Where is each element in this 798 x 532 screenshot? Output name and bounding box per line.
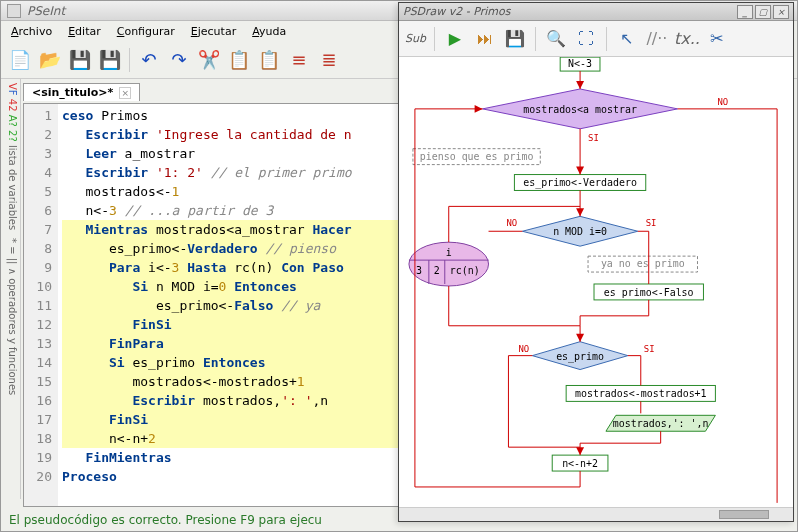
menu-archivo[interactable]: Archivo — [5, 23, 58, 40]
line-gutter: 1234567891011121314151617181920 — [24, 104, 58, 506]
psdraw-window: PSDraw v2 - Primos _ ▢ × Sub ▶ ⏭ 💾 🔍 ⛶ ↖… — [398, 2, 794, 522]
save-icon[interactable]: 💾 — [503, 27, 527, 51]
svg-text:n<-n+2: n<-n+2 — [562, 458, 598, 469]
draw-titlebar[interactable]: PSDraw v2 - Primos _ ▢ × — [399, 3, 793, 21]
draw-title-text: PSDraw v2 - Primos — [403, 5, 511, 18]
svg-text:mostrados,': ',n: mostrados,': ',n — [613, 418, 709, 429]
undo-icon[interactable]: ↶ — [136, 47, 162, 73]
flowchart-canvas[interactable]: N<-3 mostrados<a mostrar NO SI pienso qu… — [399, 57, 793, 507]
tab-close-icon[interactable]: × — [119, 87, 131, 99]
editor-tab[interactable]: <sin_titulo>* × — [23, 83, 140, 101]
svg-text:es_primo: es_primo — [556, 351, 604, 363]
menu-configurar[interactable]: Configurar — [111, 23, 181, 40]
svg-text:3: 3 — [416, 265, 422, 276]
maximize-icon[interactable]: ▢ — [755, 5, 771, 19]
svg-text:pienso que es primo: pienso que es primo — [420, 151, 534, 162]
saveas-icon[interactable]: 💾 — [97, 47, 123, 73]
svg-text:es_primo<-Verdadero: es_primo<-Verdadero — [523, 177, 637, 189]
fullscreen-icon[interactable]: ⛶ — [574, 27, 598, 51]
menu-ejecutar[interactable]: Ejecutar — [185, 23, 242, 40]
left-sidebar: VF 42 A? 2? lista de variables * = || ∧ … — [1, 79, 21, 499]
status-text: El pseudocódigo es correcto. Presione F9… — [9, 513, 322, 527]
tab-label: <sin_titulo>* — [32, 86, 113, 99]
save-icon[interactable]: 💾 — [67, 47, 93, 73]
step-icon[interactable]: ⏭ — [473, 27, 497, 51]
svg-text:N<-3: N<-3 — [568, 58, 592, 69]
scissors-icon[interactable]: ✂ — [705, 27, 729, 51]
h-scrollbar[interactable] — [399, 507, 793, 521]
cut-icon[interactable]: ✂️ — [196, 47, 222, 73]
menu-editar[interactable]: Editar — [62, 23, 107, 40]
draw-toolbar: Sub ▶ ⏭ 💾 🔍 ⛶ ↖ //·· tx.. ✂ — [399, 21, 793, 57]
svg-text:ya no es primo: ya no es primo — [601, 258, 685, 269]
svg-text:mostrados<a mostrar: mostrados<a mostrar — [523, 104, 637, 115]
svg-marker-39 — [576, 334, 584, 342]
redo-icon[interactable]: ↷ — [166, 47, 192, 73]
comment-icon[interactable]: //·· — [645, 27, 669, 51]
svg-text:NO: NO — [717, 97, 728, 107]
svg-marker-37 — [576, 167, 584, 175]
cursor-icon[interactable]: ↖ — [615, 27, 639, 51]
svg-text:2: 2 — [434, 265, 440, 276]
svg-text:es primo<-Falso: es primo<-Falso — [604, 287, 694, 298]
paste-icon[interactable]: 📋 — [256, 47, 282, 73]
list-icon[interactable]: ≣ — [316, 47, 342, 73]
svg-text:mostrados<-mostrados+1: mostrados<-mostrados+1 — [575, 388, 707, 399]
close-icon[interactable]: × — [773, 5, 789, 19]
svg-text:i: i — [446, 247, 452, 258]
tabbar: <sin_titulo>* × — [23, 81, 140, 103]
svg-marker-36 — [576, 81, 584, 89]
svg-text:SI: SI — [588, 133, 599, 143]
h-scroll-thumb[interactable] — [719, 510, 769, 519]
sub-button[interactable]: Sub — [405, 32, 426, 45]
svg-marker-38 — [576, 208, 584, 216]
app-icon — [7, 4, 21, 18]
minimize-icon[interactable]: _ — [737, 5, 753, 19]
new-icon[interactable]: 📄 — [7, 47, 33, 73]
indent-icon[interactable]: ≡ — [286, 47, 312, 73]
svg-marker-40 — [576, 447, 584, 455]
svg-text:rc(n): rc(n) — [450, 265, 480, 276]
menu-ayuda[interactable]: Ayuda — [246, 23, 292, 40]
svg-text:NO: NO — [506, 218, 517, 228]
svg-marker-41 — [475, 105, 483, 113]
svg-text:n MOD i=0: n MOD i=0 — [553, 226, 607, 237]
app-title: PSeInt — [27, 4, 65, 18]
zoom-icon[interactable]: 🔍 — [544, 27, 568, 51]
open-icon[interactable]: 📂 — [37, 47, 63, 73]
svg-text:NO: NO — [518, 344, 529, 354]
play-icon[interactable]: ▶ — [443, 27, 467, 51]
svg-text:SI: SI — [646, 218, 657, 228]
tx-icon[interactable]: tx.. — [675, 27, 699, 51]
svg-text:SI: SI — [644, 344, 655, 354]
copy-icon[interactable]: 📋 — [226, 47, 252, 73]
